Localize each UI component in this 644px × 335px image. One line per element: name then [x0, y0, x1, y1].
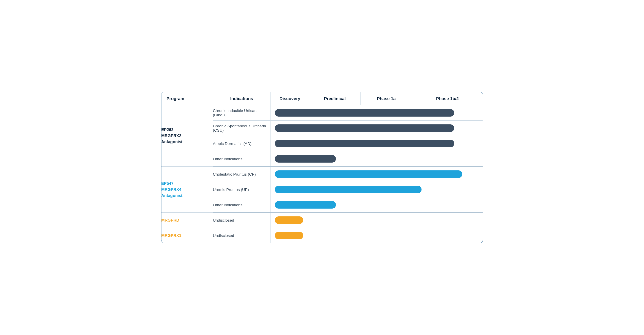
indication-cell: Atopic Dermatitis (AD) — [213, 136, 271, 151]
table-row: MRGPRX1Undisclosed — [161, 228, 483, 243]
bar-cell — [271, 182, 483, 197]
bar-row — [271, 213, 483, 228]
progress-bar — [275, 201, 336, 209]
indication-cell: Undisclosed — [213, 228, 271, 243]
indication-cell: Uremic Pruritus (UP) — [213, 182, 271, 197]
pipeline-table: Program Indications Discovery Preclinica… — [161, 92, 483, 243]
progress-bar — [275, 109, 454, 117]
table-row: MRGPRDUndisclosed — [161, 213, 483, 228]
program-name: EP547MRGPRX4Antagonist — [161, 181, 213, 199]
table-row: EP547MRGPRX4AntagonistCholestatic Prurit… — [161, 167, 483, 182]
indication-cell: Cholestatic Pruritus (CP) — [213, 167, 271, 182]
program-name: EP262MRGPRX2Antagonist — [161, 127, 213, 145]
col-header-phase1b: Phase 1b/2 — [412, 92, 483, 105]
bar-row — [271, 121, 483, 136]
bar-row — [271, 182, 483, 197]
header-row: Program Indications Discovery Preclinica… — [161, 92, 483, 105]
bar-cell — [271, 151, 483, 167]
bar-row — [271, 151, 483, 166]
col-header-discovery: Discovery — [271, 92, 309, 105]
bar-row — [271, 105, 483, 120]
bar-row — [271, 136, 483, 151]
indication-cell: Undisclosed — [213, 213, 271, 228]
progress-bar — [275, 186, 422, 193]
progress-bar — [275, 170, 462, 178]
program-name: MRGPRD — [161, 217, 213, 223]
indication-cell: Chronic Inducible Urticaria (CIndU) — [213, 105, 271, 121]
bar-cell — [271, 167, 483, 182]
progress-bar — [275, 155, 336, 163]
program-cell-2: MRGPRD — [161, 213, 213, 228]
col-header-indications: Indications — [213, 92, 271, 105]
program-cell-0: EP262MRGPRX2Antagonist — [161, 105, 213, 167]
indication-cell: Other Indications — [213, 151, 271, 167]
indication-cell: Other Indications — [213, 197, 271, 213]
program-cell-3: MRGPRX1 — [161, 228, 213, 243]
col-header-program: Program — [161, 92, 213, 105]
bar-cell — [271, 105, 483, 121]
program-cell-1: EP547MRGPRX4Antagonist — [161, 167, 213, 213]
col-header-preclinical: Preclinical — [309, 92, 361, 105]
bar-cell — [271, 136, 483, 151]
bar-row — [271, 197, 483, 212]
progress-bar — [275, 232, 303, 239]
progress-bar — [275, 216, 303, 224]
bar-cell — [271, 213, 483, 228]
col-header-phase1a: Phase 1a — [360, 92, 412, 105]
progress-bar — [275, 140, 454, 147]
program-name: MRGPRX1 — [161, 233, 213, 239]
bar-cell — [271, 121, 483, 136]
indication-cell: Chronic Spontaneous Urticaria (CSU) — [213, 121, 271, 136]
bar-cell — [271, 197, 483, 213]
progress-bar — [275, 124, 454, 132]
bar-row — [271, 167, 483, 182]
bar-row — [271, 228, 483, 243]
pipeline-container: Program Indications Discovery Preclinica… — [161, 92, 483, 243]
table-row: EP262MRGPRX2AntagonistChronic Inducible … — [161, 105, 483, 121]
bar-cell — [271, 228, 483, 243]
